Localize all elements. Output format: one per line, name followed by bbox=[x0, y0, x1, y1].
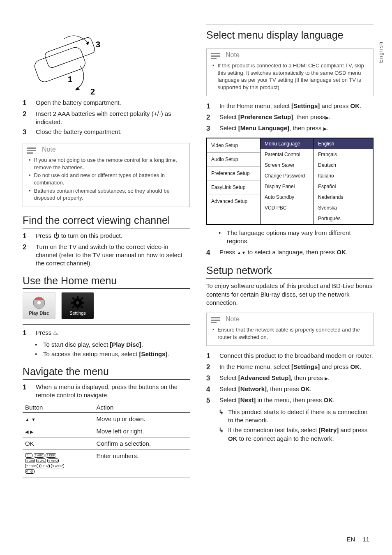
find-channel-steps: 1Press to turn on this product. 2Turn on… bbox=[23, 232, 190, 268]
up-icon bbox=[237, 249, 242, 256]
menu-mid-item: Screen Saver bbox=[261, 160, 314, 170]
menu-right-item: Svenska bbox=[314, 203, 373, 213]
result-bullet: ↳This product starts to detect if there … bbox=[219, 408, 374, 425]
remote-battery-illustration: 1 2 3 bbox=[23, 25, 113, 94]
svg-rect-24 bbox=[211, 58, 217, 59]
heading-select-language: Select menu display language bbox=[206, 29, 374, 43]
svg-rect-7 bbox=[27, 152, 33, 154]
svg-rect-5 bbox=[27, 147, 36, 149]
table-row: 1 .2 ABC3 DEF4 GHI5 JKL6 MNO7 PQRS8 TUV9… bbox=[23, 450, 190, 477]
nav-button-table: ButtonAction Move up or down. Move left … bbox=[23, 402, 190, 477]
heading-setup-network: Setup network bbox=[206, 265, 374, 279]
step: 5Select [Next] in the menu, then press O… bbox=[206, 396, 374, 405]
menu-right-item: Deutsch bbox=[314, 160, 373, 170]
home-menu-icons: Play Disc Settings bbox=[23, 292, 190, 325]
note-icon bbox=[210, 315, 221, 324]
note-icon bbox=[210, 51, 221, 60]
step: 1Connect this product to the broadband m… bbox=[206, 352, 374, 361]
page-footer: EN11 bbox=[346, 536, 369, 543]
menu-mid-item: Display Panel bbox=[261, 181, 314, 192]
menu-left-item: Preference Setup bbox=[207, 166, 260, 180]
table-row: Move left or right. bbox=[23, 425, 190, 438]
menu-right-item: Nederlands bbox=[314, 192, 373, 203]
svg-rect-17 bbox=[72, 297, 74, 300]
svg-rect-16 bbox=[82, 302, 84, 304]
note-box-batteries: Note •If you are not going to use the re… bbox=[23, 143, 190, 207]
svg-rect-27 bbox=[211, 322, 217, 323]
step: 3Select [Menu Language], then press . bbox=[206, 124, 374, 134]
bullet: •To access the setup menus, select [Sett… bbox=[35, 350, 190, 358]
menu-left-item: Advanced Setup bbox=[207, 194, 260, 208]
numeric-keypad-icon: 1 .2 ABC3 DEF4 GHI5 JKL6 MNO7 PQRS8 TUV9… bbox=[25, 453, 92, 474]
svg-rect-15 bbox=[71, 302, 74, 304]
battery-steps: 1Open the battery compartment.2Insert 2 … bbox=[23, 99, 190, 137]
menu-left-item: EasyLink Setup bbox=[207, 180, 260, 194]
svg-rect-26 bbox=[211, 320, 220, 321]
svg-rect-13 bbox=[77, 296, 78, 299]
note-item: •Ensure that the network cable is proper… bbox=[212, 326, 367, 341]
menu-mid-item: Parental Control bbox=[261, 149, 314, 160]
note-item: •If you are not going to use the remote … bbox=[29, 157, 184, 171]
step: 3Close the battery compartment. bbox=[23, 128, 190, 137]
menu-left-item: Audio Setup bbox=[207, 152, 260, 166]
table-row: OKConfirm a selection. bbox=[23, 438, 190, 450]
svg-point-10 bbox=[37, 301, 41, 304]
svg-rect-18 bbox=[81, 297, 83, 300]
svg-text:2: 2 bbox=[90, 87, 95, 94]
step: 1In the Home menu, select [Settings] and… bbox=[206, 102, 374, 111]
note-title: Note bbox=[42, 146, 56, 153]
svg-point-21 bbox=[76, 301, 79, 304]
menu-right-item: Français bbox=[314, 149, 373, 160]
note-item: •Batteries contain chemical substances, … bbox=[29, 187, 184, 202]
menu-right-item: Português bbox=[314, 213, 373, 224]
note-box-network: Note •Ensure that the network cable is p… bbox=[206, 313, 374, 346]
table-row: Move up or down. bbox=[23, 413, 190, 425]
heading-home-menu: Use the Home menu bbox=[23, 275, 190, 289]
svg-rect-22 bbox=[211, 53, 220, 54]
menu-right-item: Español bbox=[314, 181, 373, 192]
svg-rect-1 bbox=[44, 37, 96, 69]
step: 1Open the battery compartment. bbox=[23, 99, 190, 108]
step: 4Select [Network], then press OK. bbox=[206, 385, 374, 394]
down-icon bbox=[241, 249, 246, 256]
svg-rect-19 bbox=[72, 306, 74, 309]
svg-text:3: 3 bbox=[96, 40, 100, 49]
menu-mid-item: Change Password bbox=[261, 170, 314, 181]
step: 2Insert 2 AAA batteries with correct pol… bbox=[23, 110, 190, 127]
settings-tile: Settings bbox=[61, 292, 94, 319]
menu-mid-item: Menu Language bbox=[261, 138, 314, 149]
svg-rect-23 bbox=[211, 55, 220, 57]
svg-rect-14 bbox=[77, 307, 78, 309]
svg-rect-20 bbox=[81, 306, 83, 309]
result-bullet: ↳If the connection test fails, select [R… bbox=[219, 426, 374, 443]
note-box-language: Note •If this product is connected to a … bbox=[206, 48, 374, 96]
svg-rect-0 bbox=[33, 46, 87, 84]
note-icon bbox=[26, 145, 38, 154]
svg-text:1: 1 bbox=[68, 75, 72, 84]
note-item: •If this product is connected to a HDMI … bbox=[212, 62, 367, 91]
right-column: Select menu display language Note •If th… bbox=[206, 25, 374, 477]
menu-left-item: Video Setup bbox=[207, 138, 260, 152]
language-side-tab: English bbox=[378, 41, 384, 63]
heading-find-channel: Find the correct viewing channel bbox=[23, 214, 190, 228]
menu-right-item: Italiano bbox=[314, 170, 373, 181]
step: 2Select [Preference Setup], then press. bbox=[206, 113, 374, 122]
note-item: •Do not use old and new or different typ… bbox=[29, 172, 184, 186]
step: 3Select [Advanced Setup], then press . bbox=[206, 374, 374, 383]
network-intro: To enjoy software updates of this produc… bbox=[206, 282, 374, 307]
step: 2In the Home menu, select [Settings] and… bbox=[206, 363, 374, 372]
menu-mid-item: VCD PBC bbox=[261, 203, 314, 213]
svg-rect-25 bbox=[211, 317, 220, 318]
home-icon bbox=[53, 329, 57, 336]
power-icon bbox=[53, 232, 60, 239]
heading-navigate-menu: Navigate the menu bbox=[23, 366, 190, 380]
play-disc-tile: Play Disc bbox=[23, 292, 55, 319]
left-column: 1 2 3 1Open the battery compartment.2Ins… bbox=[23, 25, 190, 477]
menu-right-item: English bbox=[314, 138, 373, 149]
settings-menu-screenshot: Video SetupAudio SetupPreference SetupEa… bbox=[206, 138, 374, 225]
bullet: •To start disc play, select [Play Disc]. bbox=[35, 341, 190, 349]
menu-mid-item: Auto Standby bbox=[261, 192, 314, 203]
svg-rect-6 bbox=[27, 150, 36, 151]
